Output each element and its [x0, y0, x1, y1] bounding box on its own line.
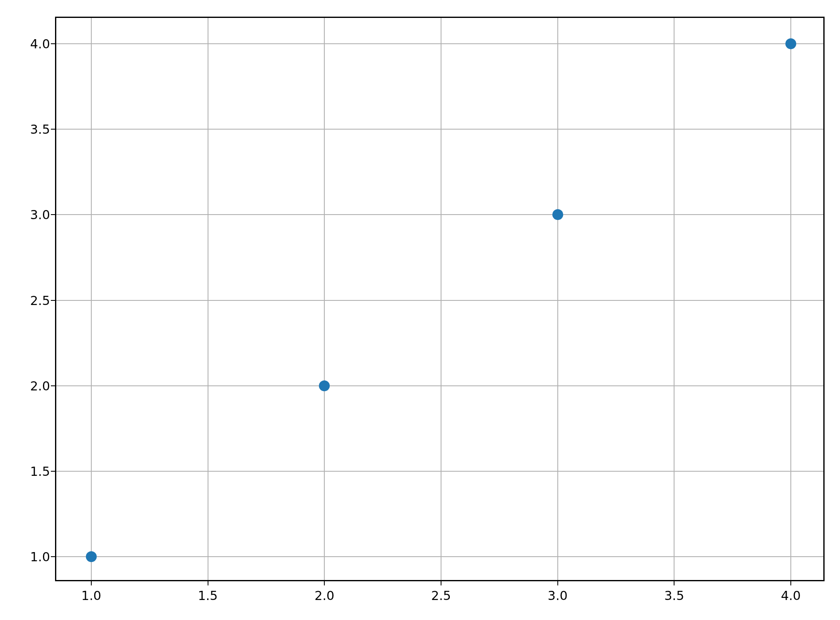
y-tick-label: 3.0 — [25, 208, 50, 222]
plot-area: 1.01.52.02.53.03.54.01.01.52.02.53.03.54… — [55, 17, 825, 581]
y-tick — [51, 129, 55, 130]
grid-line-vertical — [91, 18, 92, 580]
y-tick — [51, 300, 55, 301]
grid-line-horizontal — [56, 471, 823, 472]
data-point — [552, 209, 563, 220]
x-tick-label: 3.5 — [664, 588, 685, 603]
y-tick — [51, 214, 55, 215]
y-tick-label: 2.0 — [25, 378, 50, 393]
x-tick — [557, 581, 558, 585]
grid-line-horizontal — [56, 129, 823, 130]
grid-line-vertical — [674, 18, 675, 580]
grid-line-horizontal — [56, 300, 823, 301]
x-tick — [790, 581, 791, 585]
grid-line-vertical — [441, 18, 441, 580]
grid-line-horizontal — [56, 556, 823, 557]
data-point — [86, 551, 97, 562]
x-tick — [441, 581, 441, 585]
y-tick — [51, 471, 55, 472]
grid-line-horizontal — [56, 43, 823, 44]
grid-line-vertical — [208, 18, 208, 580]
x-tick-label: 1.5 — [198, 588, 218, 603]
x-tick-label: 2.5 — [431, 588, 451, 603]
y-tick — [51, 385, 55, 386]
y-tick-label: 2.5 — [25, 293, 50, 308]
x-tick — [91, 581, 92, 585]
x-tick-label: 3.0 — [548, 588, 568, 603]
y-tick — [51, 43, 55, 44]
y-tick-label: 4.0 — [25, 36, 50, 51]
x-tick — [674, 581, 675, 585]
y-tick-label: 3.5 — [25, 122, 50, 136]
x-tick — [324, 581, 325, 585]
grid-line-horizontal — [56, 385, 823, 386]
grid-line-vertical — [557, 18, 558, 580]
x-tick-label: 1.0 — [81, 588, 101, 603]
data-point — [319, 380, 330, 391]
grid-line-vertical — [790, 18, 791, 580]
x-tick — [208, 581, 208, 585]
y-tick — [51, 556, 55, 557]
grid-line-vertical — [324, 18, 325, 580]
grid-line-horizontal — [56, 214, 823, 215]
data-point — [785, 38, 796, 49]
y-tick-label: 1.0 — [25, 550, 50, 564]
x-tick-label: 4.0 — [781, 588, 801, 603]
scatter-chart: 1.01.52.02.53.03.54.01.01.52.02.53.03.54… — [0, 0, 840, 620]
x-tick-label: 2.0 — [314, 588, 334, 603]
y-tick-label: 1.5 — [25, 464, 50, 479]
